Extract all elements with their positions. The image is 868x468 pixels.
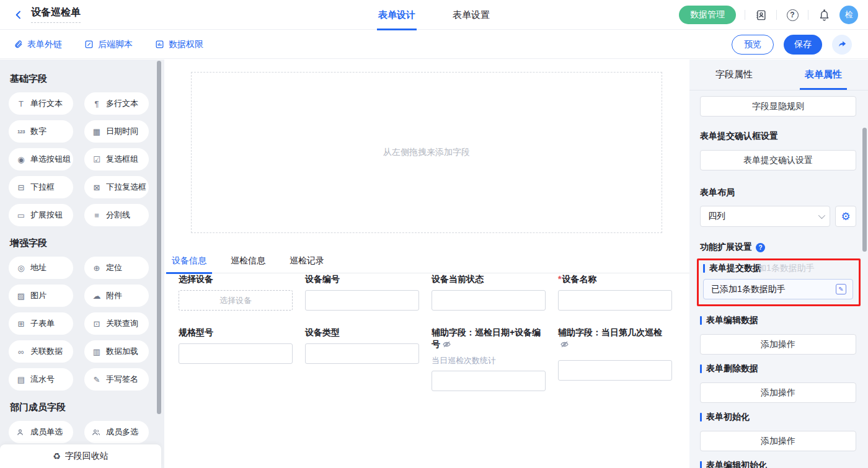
chevron-down-icon [818, 212, 825, 219]
visibility-rule-button[interactable]: 字段显隐规则 [700, 96, 856, 117]
number-icon: 123 [16, 129, 26, 135]
serial-doc-icon: ▤ [16, 375, 26, 384]
notification-bell-icon[interactable] [817, 8, 831, 22]
tab-device-info[interactable]: 设备信息 [166, 255, 212, 273]
field-pill-related-data[interactable]: ∞关联数据 [9, 340, 73, 363]
layout-gear-button[interactable]: ⚙ [835, 206, 856, 227]
field-pill-signature[interactable]: ✎手写签名 [84, 368, 149, 391]
device-no-input[interactable] [305, 290, 419, 311]
device-name-input[interactable] [558, 290, 672, 311]
field-pill-related-query[interactable]: ⊡关联查询 [84, 312, 149, 335]
field-device-status[interactable]: 设备当前状态 [432, 273, 546, 311]
tab-form-design[interactable]: 表单设计 [378, 0, 415, 30]
dropdown-icon: ⊟ [16, 183, 26, 192]
header-tabs: 表单设计 表单设置 [378, 0, 490, 30]
person-icon [16, 428, 26, 436]
persons-icon [92, 428, 102, 436]
form-fields-area: 选择设备 设备编号 设备当前状态 *设备名称 规格型号 设备类型 [179, 273, 675, 391]
related-data-icon: ∞ [16, 347, 26, 356]
data-permission-item[interactable]: 数据权限 [155, 39, 203, 50]
field-dropzone[interactable]: 从左侧拖拽来添加字段 [191, 72, 662, 233]
field-device-name[interactable]: *设备名称 [558, 273, 672, 311]
init-section-title: 表单初始化 [700, 412, 856, 423]
sidebar-scrollbar[interactable] [157, 61, 161, 414]
data-assistant-box[interactable]: 已添加1条数据助手 ✎ [703, 279, 853, 299]
tab-inspection-record[interactable]: 巡检记录 [284, 255, 330, 273]
layout-select[interactable]: 四列 [700, 206, 830, 227]
tab-form-properties[interactable]: 表单属性 [779, 60, 868, 90]
field-select-device[interactable]: 选择设备 [179, 273, 293, 311]
submit-data-section-title: 表单提交数据 加1条数据助手 [703, 263, 853, 274]
share-button[interactable] [832, 35, 852, 55]
aux-nth-input[interactable] [558, 360, 672, 381]
cloud-upload-icon: ☁ [92, 291, 102, 301]
crosshair-icon: ⊕ [92, 263, 102, 273]
user-avatar[interactable]: 检 [839, 6, 858, 24]
field-pill-image[interactable]: ▨图片 [9, 285, 73, 307]
layout-selected-value: 四列 [708, 211, 725, 222]
contact-book-icon[interactable] [754, 8, 768, 22]
field-pill-multi-text[interactable]: ¶多行文本 [84, 92, 149, 115]
tab-form-settings[interactable]: 表单设置 [453, 0, 490, 30]
field-pill-location[interactable]: ⊕定位 [84, 257, 149, 279]
preview-button[interactable]: 预览 [732, 35, 774, 55]
field-pill-number[interactable]: 123数字 [9, 120, 73, 143]
submit-data-highlight: 表单提交数据 加1条数据助手 已添加1条数据助手 ✎ [697, 258, 861, 306]
field-pill-multi-dropdown[interactable]: ⊠下拉复选框 [84, 176, 149, 198]
help-icon[interactable]: ? [786, 8, 799, 22]
back-icon[interactable] [11, 7, 26, 22]
field-pill-radio-group[interactable]: ◉单选按钮组 [9, 148, 73, 170]
single-text-icon: T [16, 99, 26, 108]
form-design-canvas: 从左侧拖拽来添加字段 设备信息 巡检信息 巡检记录 选择设备 设备编号 设备当前… [164, 60, 689, 468]
related-query-icon: ⊡ [92, 319, 102, 329]
field-pill-dropdown[interactable]: ⊟下拉框 [9, 176, 73, 198]
script-icon [84, 40, 94, 49]
data-manage-button[interactable]: 数据管理 [679, 6, 736, 24]
field-pill-data-load[interactable]: ▥数据加载 [84, 340, 149, 363]
field-pill-datetime[interactable]: ▦日期时间 [84, 120, 149, 143]
field-pill-member-single[interactable]: 成员单选 [9, 421, 73, 443]
field-pill-subform[interactable]: ⊞子表单 [9, 312, 73, 335]
page-title[interactable]: 设备巡检单 [31, 6, 81, 23]
hidden-eye-icon [560, 340, 569, 348]
field-spec-model[interactable]: 规格型号 [179, 327, 293, 391]
field-aux-nth[interactable]: 辅助字段：当日第几次巡检 [558, 327, 672, 391]
device-status-input[interactable] [432, 290, 546, 311]
edit-icon[interactable]: ✎ [836, 284, 846, 294]
device-type-input[interactable] [305, 343, 419, 364]
spec-model-input[interactable] [179, 343, 293, 364]
field-aux-date-no[interactable]: 辅助字段：巡检日期+设备编号 当日巡检次数统计 [432, 327, 546, 391]
edit-data-add-button[interactable]: 添加操作 [700, 334, 856, 355]
delete-data-add-button[interactable]: 添加操作 [700, 382, 856, 403]
field-device-no[interactable]: 设备编号 [305, 273, 419, 311]
properties-tabs: 字段属性 表单属性 [689, 60, 868, 91]
field-recycle-bin[interactable]: ♻ 字段回收站 [0, 444, 161, 468]
submit-confirm-button[interactable]: 表单提交确认设置 [700, 150, 856, 170]
delete-data-section-title: 表单删除数据 [700, 363, 856, 374]
tab-inspection-info[interactable]: 巡检信息 [225, 255, 271, 273]
field-pill-single-text[interactable]: T单行文本 [9, 92, 73, 115]
hidden-eye-icon [443, 340, 451, 348]
header-actions: 数据管理 ? 检 [679, 0, 858, 30]
select-device-input[interactable] [179, 290, 293, 311]
basic-fields-grid: T单行文本 ¶多行文本 123数字 ▦日期时间 ◉单选按钮组 ☑复选框组 ⊟下拉… [9, 92, 156, 226]
field-device-type[interactable]: 设备类型 [305, 327, 419, 391]
help-badge-icon[interactable]: ? [756, 243, 765, 252]
init-add-button[interactable]: 添加操作 [700, 431, 856, 451]
save-button[interactable]: 保存 [784, 35, 822, 55]
form-row-1: 选择设备 设备编号 设备当前状态 *设备名称 [179, 273, 675, 311]
tab-field-properties[interactable]: 字段属性 [689, 60, 779, 90]
field-pill-attachment[interactable]: ☁附件 [84, 285, 149, 307]
external-link-item[interactable]: 表单外链 [14, 39, 62, 50]
field-pill-address[interactable]: ◎地址 [9, 257, 73, 279]
field-pill-extend-button[interactable]: ▭扩展按钮 [9, 204, 73, 226]
field-library-sidebar: 基础字段 T单行文本 ¶多行文本 123数字 ▦日期时间 ◉单选按钮组 ☑复选框… [0, 60, 164, 468]
field-pill-member-multi[interactable]: 成员多选 [84, 421, 149, 443]
backend-script-item[interactable]: 后端脚本 [84, 39, 133, 50]
properties-scrollbar[interactable] [862, 128, 867, 252]
form-row-2: 规格型号 设备类型 辅助字段：巡检日期+设备编号 当日巡检次数统计 辅助字段：当… [179, 327, 675, 391]
field-pill-checkbox-group[interactable]: ☑复选框组 [84, 148, 149, 170]
field-pill-serial-number[interactable]: ▤流水号 [9, 368, 73, 391]
field-pill-divider[interactable]: ≡分割线 [84, 204, 149, 226]
daily-count-input[interactable] [432, 371, 546, 391]
